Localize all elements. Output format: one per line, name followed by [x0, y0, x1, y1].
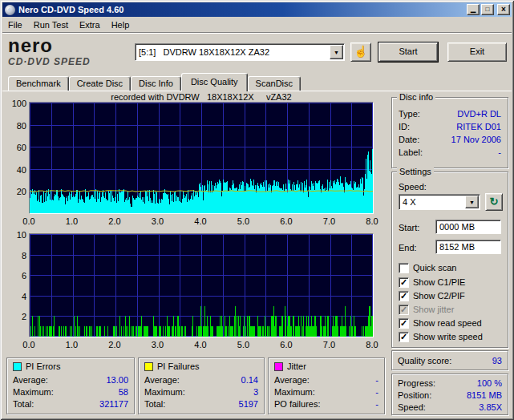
- stat-value: -: [375, 375, 378, 385]
- menubar: File Run Test Extra Help: [2, 17, 512, 32]
- stat-label: PO failures:: [274, 399, 320, 409]
- checkbox-box[interactable]: [399, 263, 409, 273]
- stat-label: Maximum:: [13, 387, 54, 397]
- stat-row: Total: 5197: [144, 398, 258, 410]
- stat-row: PO failures: -: [274, 398, 378, 410]
- settings-group: Settings Speed: 4 X ▼ ↻ Start: 0000 MB E…: [391, 172, 508, 348]
- axis-tick-label: 6: [7, 271, 26, 281]
- jitter-panel: Jitter Average: - Maximum: - PO failures…: [268, 357, 385, 414]
- checkbox-box[interactable]: ✓: [399, 277, 409, 288]
- pi-failures-swatch: [144, 362, 153, 371]
- hand-tool-button[interactable]: ☝: [350, 42, 371, 62]
- cd-dvd-speed-logo-text: CD·DVD SPEED: [8, 57, 130, 67]
- drive-dropdown-button[interactable]: ▼: [330, 45, 343, 59]
- start-position-value: 0000 MB: [439, 222, 475, 232]
- stat-row: Total: 321177: [13, 398, 128, 410]
- disc-date-row: Date: 17 Nov 2006: [392, 133, 508, 146]
- speed-dropdown-button[interactable]: ▼: [465, 196, 479, 208]
- chart-plot: [29, 102, 374, 214]
- start-position-label: Start:: [399, 223, 419, 232]
- tab-create-disc[interactable]: Create Disc: [69, 76, 131, 91]
- start-position-field[interactable]: 0000 MB: [435, 220, 501, 234]
- show-read-speed-checkbox[interactable]: ✓ Show read speed: [399, 317, 482, 329]
- speed-select-value: 4 X: [399, 197, 464, 207]
- disc-date-label: Date:: [399, 135, 419, 144]
- minimize-button[interactable]: ▁: [467, 4, 480, 15]
- tab-scandisc[interactable]: ScanDisc: [248, 76, 301, 91]
- start-button[interactable]: Start: [378, 42, 438, 62]
- stat-label: Average:: [274, 375, 310, 385]
- drive-selector[interactable]: [5:1] DVDRW 18X18X12X ZA32 ▼: [135, 43, 345, 61]
- pi-errors-chart: 204060801000.01.02.03.04.05.06.07.08.0: [6, 102, 383, 228]
- speed-value: 3.85X: [479, 402, 502, 412]
- menu-item-run-test[interactable]: Run Test: [28, 18, 74, 31]
- progress-row: Progress: 100 %: [398, 377, 502, 389]
- progress-label: Progress:: [398, 378, 435, 388]
- show-jitter-checkbox: ✓ Show jitter: [399, 304, 454, 315]
- maximize-button[interactable]: □: [481, 4, 494, 15]
- panel-title: PI Errors: [26, 361, 60, 371]
- axis-tick-label: 7.0: [320, 216, 339, 226]
- axis-tick-label: 1.0: [63, 340, 82, 349]
- checkbox-label: Show read speed: [413, 318, 482, 328]
- pi-failures-chart: 2468100.01.02.03.04.05.06.07.08.0: [6, 233, 383, 352]
- axis-tick-label: 0.0: [19, 340, 38, 349]
- axis-tick-label: 7.0: [320, 340, 339, 349]
- refresh-speed-button[interactable]: ↻: [485, 193, 503, 211]
- progress-value: 100 %: [477, 378, 502, 388]
- checkbox-label: Show C1/PIE: [413, 277, 465, 287]
- jitter-swatch: [274, 362, 283, 371]
- chevron-down-icon: ▼: [334, 50, 339, 55]
- progress-panel: Progress: 100 % Position: 8151 MB Speed:…: [391, 374, 508, 415]
- stat-value: 58: [119, 387, 128, 397]
- position-row: Position: 8151 MB: [398, 389, 502, 401]
- chevron-down-icon: ▼: [469, 200, 475, 205]
- menu-item-file[interactable]: File: [2, 18, 28, 31]
- tab-disc-info[interactable]: Disc Info: [131, 76, 181, 91]
- axis-tick-label: 4.0: [191, 216, 210, 226]
- start-button-label: Start: [379, 43, 437, 60]
- quick-scan-checkbox[interactable]: Quick scan: [399, 262, 456, 273]
- end-position-field[interactable]: 8152 MB: [435, 240, 501, 254]
- tab-disc-quality[interactable]: Disc Quality: [181, 73, 248, 91]
- axis-tick-label: 8: [7, 251, 26, 260]
- stat-row: Average: -: [274, 374, 378, 386]
- tab-strip: Benchmark Create Disc Disc Info Disc Qua…: [8, 73, 301, 91]
- menu-item-help[interactable]: Help: [106, 18, 136, 31]
- stat-row: Average: 13.00: [13, 374, 128, 386]
- drive-selector-value: [5:1] DVDRW 18X18X12X ZA32: [136, 47, 329, 57]
- checkbox-box[interactable]: ✓: [399, 332, 409, 342]
- axis-tick-label: 2: [7, 312, 26, 321]
- quality-score-panel: Quality score: 93: [391, 350, 508, 370]
- show-c2-pif-checkbox[interactable]: ✓ Show C2/PIF: [399, 290, 465, 301]
- tab-benchmark[interactable]: Benchmark: [8, 76, 69, 91]
- disc-id-value: RITEK D01: [456, 122, 501, 131]
- axis-tick-label: 80: [7, 121, 26, 131]
- titlebar: Nero CD-DVD Speed 4.60 ▁ □ ×: [2, 2, 512, 17]
- quality-score-value: 93: [492, 356, 502, 365]
- checkbox-label: Show write speed: [413, 332, 483, 341]
- checkbox-label: Quick scan: [413, 263, 456, 273]
- stat-label: Total:: [144, 399, 165, 409]
- axis-tick-label: 1.0: [63, 216, 82, 226]
- pi-failures-panel: PI Failures Average: 0.14 Maximum: 3 Tot…: [138, 357, 265, 414]
- show-write-speed-checkbox[interactable]: ✓ Show write speed: [399, 331, 483, 342]
- axis-tick-label: 20: [7, 187, 26, 196]
- end-position-value: 8152 MB: [439, 242, 475, 252]
- stat-label: Maximum:: [144, 387, 185, 397]
- panel-title: Jitter: [287, 361, 306, 371]
- exit-button-label: Exit: [448, 43, 506, 60]
- speed-select[interactable]: 4 X ▼: [399, 194, 480, 210]
- axis-tick-label: 4: [7, 292, 26, 301]
- exit-button[interactable]: Exit: [447, 42, 507, 62]
- menu-item-extra[interactable]: Extra: [74, 18, 106, 31]
- checkbox-box[interactable]: ✓: [399, 291, 409, 301]
- disc-label-row: Label: -: [392, 146, 508, 159]
- close-button[interactable]: ×: [497, 4, 510, 15]
- disc-type-value: DVD+R DL: [457, 109, 501, 119]
- show-c1-pie-checkbox[interactable]: ✓ Show C1/PIE: [399, 277, 465, 288]
- axis-tick-label: 60: [7, 143, 26, 152]
- hand-icon: ☝: [354, 45, 367, 58]
- position-value: 8151 MB: [467, 390, 502, 400]
- checkbox-box[interactable]: ✓: [399, 318, 409, 329]
